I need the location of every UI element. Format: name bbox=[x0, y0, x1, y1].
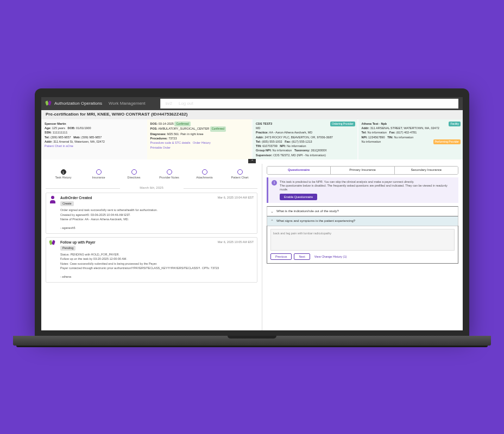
leaf-icon bbox=[49, 240, 55, 246]
topbar: Authorization Operations Work Management… bbox=[41, 97, 463, 110]
event-card-authorder: AuthOrder Created Mar 6, 2025 10:04 AM E… bbox=[46, 193, 257, 234]
laptop-base bbox=[13, 336, 491, 346]
right-tabs: Questionnaire Primary Insurance Secondar… bbox=[267, 166, 458, 175]
card-time: Mar 6, 2025 10:05 AM EST bbox=[218, 240, 254, 245]
logo-icon bbox=[46, 101, 51, 106]
step-attachments[interactable]: Attachments bbox=[187, 169, 222, 180]
user-badge[interactable]: sv2 bbox=[165, 101, 172, 106]
tab-primary-insurance[interactable]: Primary Insurance bbox=[331, 167, 394, 174]
status-tag: Create bbox=[60, 201, 74, 206]
step-directives[interactable]: Directives bbox=[116, 169, 152, 180]
logout-link[interactable]: Log out bbox=[179, 101, 193, 106]
question-indication[interactable]: ⌄ What is the indication/rule out of the… bbox=[267, 206, 458, 216]
tab-questionnaire[interactable]: Questionnaire bbox=[267, 167, 331, 174]
change-history-link[interactable]: View Change History (1) bbox=[314, 255, 347, 259]
collapse-toggle[interactable]: ⌃ bbox=[248, 159, 256, 163]
previous-button[interactable]: Previous bbox=[270, 253, 292, 260]
tab-secondary-insurance[interactable]: Secondary Insurance bbox=[395, 167, 458, 174]
page-title: Pre-certification for MRI, KNEE, W/WO CO… bbox=[41, 110, 463, 119]
ordering-provider-panel: Ordering Provider CDS TEST2 MD Practice:… bbox=[253, 119, 357, 159]
step-provider-notes[interactable]: Provider Notes bbox=[152, 169, 187, 180]
patient-name: Spencer Martin bbox=[45, 122, 66, 125]
order-panel: DOS: 03-14-2025 Confirmed POS: AMBULATOR… bbox=[147, 119, 252, 159]
app-title: Authorization Operations bbox=[54, 101, 102, 106]
patient-panel: Spencer Martin Age: 125 years DOB: 01/01… bbox=[41, 119, 146, 159]
order-history-link[interactable]: Order History bbox=[193, 141, 211, 144]
stepper: 1Task History Insurance Directives Provi… bbox=[46, 166, 257, 183]
info-panels: Spencer Martin Age: 125 years DOB: 01/01… bbox=[41, 119, 463, 159]
chevron-up-icon: ⌃ bbox=[270, 219, 274, 224]
nav-work-mgmt[interactable]: Work Management bbox=[109, 101, 145, 106]
event-card-followup: Follow up with Payer Mar 6, 2025 10:05 A… bbox=[46, 237, 257, 283]
facility-badge: Facility bbox=[449, 122, 461, 127]
chevron-down-icon: ⌄ bbox=[270, 209, 274, 214]
question-symptoms[interactable]: ⌃ What signs and symptoms is the patient… bbox=[267, 216, 458, 226]
next-button[interactable]: Next bbox=[294, 253, 310, 260]
patient-chart-link[interactable]: Patient Chart in aOne bbox=[45, 144, 73, 148]
printable-order-link[interactable]: Printable Order bbox=[150, 146, 171, 149]
step-patient-chart[interactable]: Patient Chart bbox=[222, 169, 257, 180]
symptoms-textarea[interactable]: back and leg pain with lumbar radiculopa… bbox=[270, 229, 455, 251]
card-time: Mar 6, 2025 10:04 AM EST bbox=[218, 196, 254, 200]
ordering-provider-badge: Ordering Provider bbox=[330, 122, 355, 127]
date-divider: March 6th, 2025 bbox=[46, 186, 257, 190]
proc-details-link[interactable]: Procedure code & STC details bbox=[150, 141, 191, 144]
card-title: Follow up with Payer bbox=[60, 240, 96, 245]
info-icon: i bbox=[272, 180, 277, 186]
npr-alert: i This task is predicted to be NPR. You … bbox=[267, 177, 458, 203]
person-icon bbox=[49, 196, 56, 202]
card-title: AuthOrder Created bbox=[60, 196, 92, 200]
enable-questionnaire-button[interactable]: Enable Questionnaire bbox=[280, 194, 317, 200]
step-task-history[interactable]: 1Task History bbox=[46, 169, 81, 180]
performing-provider-badge: Performing Provider bbox=[433, 139, 461, 145]
status-tag: Pending bbox=[60, 246, 75, 251]
question-panel: back and leg pain with lumbar radiculopa… bbox=[267, 226, 458, 264]
facility-panel: Facility Athena Test - Npb Addr: 311 ARS… bbox=[358, 119, 463, 159]
step-insurance[interactable]: Insurance bbox=[81, 169, 116, 180]
